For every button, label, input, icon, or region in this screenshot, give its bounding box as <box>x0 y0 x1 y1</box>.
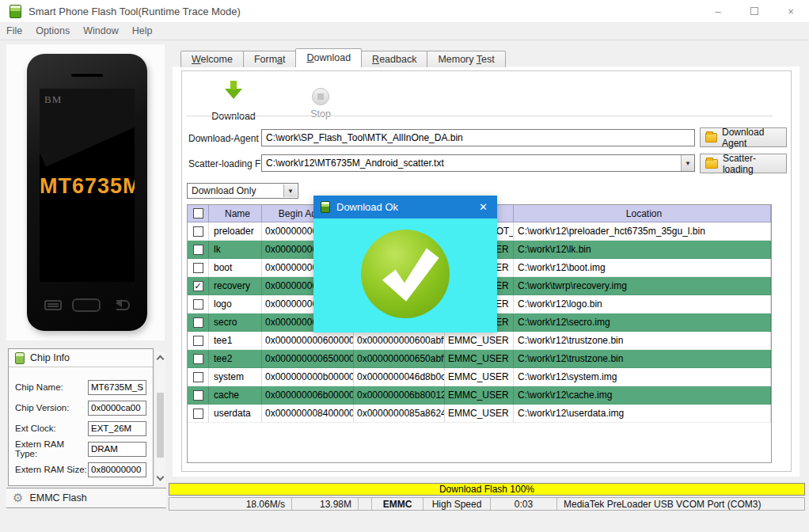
row-checkbox[interactable]: ✓ <box>193 281 203 291</box>
row-checkbox[interactable] <box>193 390 203 401</box>
location: C:\work\r12\preloader_hct6735m_35gu_l.bi… <box>514 222 771 241</box>
row-checkbox-cell[interactable] <box>188 259 209 277</box>
row-checkbox-cell[interactable] <box>188 368 209 386</box>
column-header-location[interactable]: Location <box>514 205 771 222</box>
menu-bar: FileOptionsWindowHelp <box>0 22 809 40</box>
menu-file[interactable]: File <box>6 25 22 36</box>
maximize-button[interactable] <box>736 0 773 22</box>
begin-address: 0x0000000006000000 <box>262 332 354 350</box>
chip-info-row: Extern RAM Size: <box>9 459 153 480</box>
row-checkbox[interactable] <box>193 354 203 364</box>
menu-key-icon <box>44 300 62 310</box>
download-mode-value: Download Only <box>192 185 256 196</box>
end-address: 0x000000000650abff <box>354 350 445 368</box>
emmc-flash-section[interactable]: ⚙ EMMC Flash <box>6 488 166 508</box>
chip-field-label: Chip Version: <box>15 403 88 412</box>
table-row: tee20x00000000065000000x000000000650abff… <box>188 350 771 368</box>
table-row: tee10x00000000060000000x000000000600abff… <box>188 332 771 350</box>
phone-chip-label: MT6735M <box>40 174 135 199</box>
chip-field-value[interactable] <box>88 380 146 395</box>
toolbar-separator <box>187 116 773 116</box>
phone-speaker <box>71 73 103 77</box>
chip-field-value[interactable] <box>88 421 146 436</box>
download-button-label: Download <box>206 111 261 122</box>
row-checkbox-cell[interactable] <box>188 222 209 241</box>
location: C:\work\r12\logo.bin <box>514 295 771 314</box>
status-cell: MediaTek PreLoader USB VCOM Port (COM3) <box>557 498 804 510</box>
row-checkbox[interactable] <box>193 263 203 273</box>
dialog-close-icon[interactable]: ✕ <box>477 201 490 213</box>
end-address: 0x000000000600abff <box>354 332 445 350</box>
menu-help[interactable]: Help <box>132 25 153 36</box>
status-cell: EMMC <box>372 498 423 510</box>
scatter-file-combobox[interactable] <box>261 154 695 172</box>
table-row: cache0x000000006b0000000x000000006b80012… <box>188 386 771 405</box>
row-checkbox-cell[interactable] <box>188 332 209 350</box>
chip-info-title: Chip Info <box>30 352 70 363</box>
location: C:\work\r12\secro.img <box>514 314 771 332</box>
chip-info-header[interactable]: Chip Info <box>9 349 153 367</box>
scroll-up-icon[interactable] <box>157 355 165 363</box>
row-checkbox[interactable] <box>193 299 203 310</box>
row-checkbox-cell[interactable]: ✓ <box>188 277 209 295</box>
dialog-title-bar[interactable]: Download Ok ✕ <box>313 196 497 218</box>
scatter-dropdown-icon[interactable]: ▼ <box>681 155 694 171</box>
chip-info-scrollbar[interactable] <box>155 352 165 484</box>
scatter-loading-button[interactable]: Scatter-loading <box>700 154 787 173</box>
row-checkbox[interactable] <box>193 408 203 419</box>
status-bar: 18.06M/s13.98MEMMCHigh Speed0:03MediaTek… <box>169 497 805 511</box>
row-checkbox-cell[interactable] <box>188 241 209 259</box>
tab-format[interactable]: Format <box>243 51 297 67</box>
menu-options[interactable]: Options <box>36 25 70 36</box>
partition-name: preloader <box>209 222 262 241</box>
status-cell: 18.06M/s <box>169 498 292 510</box>
select-all-checkbox[interactable] <box>193 208 203 218</box>
tab-download[interactable]: Download <box>295 48 362 67</box>
chip-field-value[interactable] <box>88 401 146 416</box>
download-agent-button-label: Download Agent <box>722 127 786 149</box>
mode-dropdown-icon[interactable]: ▼ <box>283 184 297 197</box>
download-progress-bar: Download Flash 100% <box>169 483 805 496</box>
tab-welcome[interactable]: Welcome <box>180 51 244 67</box>
select-all-checkbox-cell[interactable] <box>188 205 209 222</box>
row-checkbox-cell[interactable] <box>188 314 209 332</box>
row-checkbox[interactable] <box>193 317 203 328</box>
row-checkbox-cell[interactable] <box>188 295 209 314</box>
partition-name: secro <box>209 314 262 332</box>
row-checkbox[interactable] <box>193 372 203 382</box>
chip-info-fields: Chip Name:Chip Version:Ext Clock:Extern … <box>9 367 153 480</box>
download-agent-browse-button[interactable]: Download Agent <box>700 127 787 147</box>
menu-window[interactable]: Window <box>83 25 118 36</box>
emmc-flash-label: EMMC Flash <box>29 492 86 504</box>
chip-field-value[interactable] <box>88 462 146 477</box>
status-cell <box>359 498 372 510</box>
row-checkbox[interactable] <box>193 336 203 346</box>
chip-info-row: Chip Name: <box>9 377 153 397</box>
chip-field-value[interactable] <box>88 442 146 457</box>
device-preview-panel: BM MT6735M <box>6 44 165 340</box>
stop-button[interactable]: Stop <box>293 79 348 120</box>
row-checkbox[interactable] <box>193 245 203 255</box>
download-agent-input[interactable] <box>261 129 695 146</box>
row-checkbox-cell[interactable] <box>188 386 209 405</box>
close-button[interactable]: × <box>773 0 809 22</box>
phone-screen: BM MT6735M <box>40 89 135 282</box>
row-checkbox-cell[interactable] <box>188 350 209 368</box>
tab-memory-test[interactable]: Memory Test <box>427 51 505 67</box>
scroll-thumb[interactable] <box>157 393 164 458</box>
row-checkbox[interactable] <box>193 226 203 237</box>
row-checkbox-cell[interactable] <box>188 405 209 423</box>
scroll-down-icon[interactable] <box>157 473 165 481</box>
maximize-icon <box>750 7 758 15</box>
end-address: 0x0000000046d8b0c3 <box>354 368 445 386</box>
tab-bar: WelcomeFormatDownloadReadbackMemory Test <box>180 49 505 67</box>
home-key-icon <box>72 298 101 312</box>
column-header-name[interactable]: Name <box>209 205 262 222</box>
begin-address: 0x0000000006500000 <box>262 350 354 368</box>
chip-field-label: Ext Clock: <box>15 424 88 433</box>
chip-field-label: Extern RAM Type: <box>15 439 88 458</box>
download-mode-combobox[interactable]: Download Only ▼ <box>187 183 298 199</box>
tab-readback[interactable]: Readback <box>361 51 427 67</box>
minimize-button[interactable]: – <box>700 0 736 22</box>
partition-name: system <box>209 368 262 386</box>
